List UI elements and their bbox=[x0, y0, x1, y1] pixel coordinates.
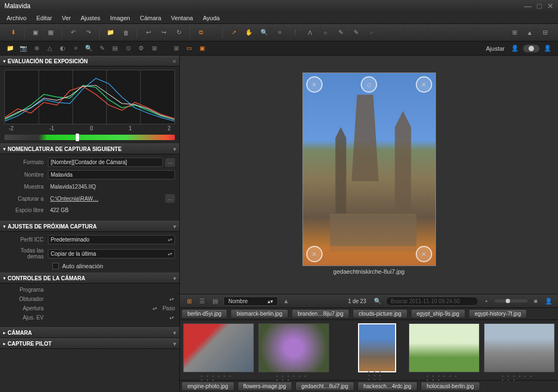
cursor-icon[interactable]: ➚ bbox=[227, 26, 240, 39]
undo-icon[interactable]: ↩ bbox=[142, 26, 155, 39]
ajusev-slider[interactable] bbox=[48, 315, 168, 321]
rotate-left-icon[interactable]: ↶ bbox=[66, 26, 80, 39]
output-icon[interactable]: ⊙ bbox=[123, 44, 133, 53]
view-single-icon[interactable]: ▭ bbox=[184, 44, 194, 53]
formato-button[interactable]: … bbox=[165, 158, 175, 167]
copies-icon[interactable]: ⧉ bbox=[195, 26, 208, 39]
nombre-input[interactable]: Malavida bbox=[48, 170, 175, 179]
gear-icon[interactable]: ⚙ bbox=[136, 44, 146, 53]
panel-exposure-header[interactable]: EVALUACIÓN DE EXPOSICIÓN ≡ bbox=[0, 56, 179, 67]
strip-item[interactable]: egypt-history-7f.jpg bbox=[469, 309, 527, 318]
thumbnail[interactable]: • • • • • • • • • bbox=[409, 323, 480, 372]
detail-icon[interactable]: 🔍 bbox=[84, 44, 94, 53]
sort-dir-icon[interactable]: ▲ bbox=[281, 296, 291, 306]
panel-menu-icon[interactable]: ▾ bbox=[173, 341, 176, 347]
ajustar-toggle[interactable] bbox=[523, 45, 539, 52]
badge-tl-icon[interactable]: ✕ bbox=[306, 76, 323, 93]
straighten-icon[interactable]: ⋮ bbox=[288, 26, 301, 39]
icc-select[interactable]: Predeterminado▴▾ bbox=[48, 235, 175, 244]
thumbnail[interactable]: • • • • • • • • • bbox=[258, 323, 329, 372]
obturador-slider[interactable] bbox=[48, 297, 168, 302]
menu-editar[interactable]: Editar bbox=[37, 15, 52, 21]
view-multi-icon[interactable]: ▣ bbox=[197, 44, 207, 53]
reset-icon[interactable]: ↻ bbox=[172, 26, 185, 39]
thumb-size-slider[interactable] bbox=[495, 299, 527, 303]
strip-item[interactable]: holocaust-berlin.jpg bbox=[421, 382, 480, 391]
user3-icon[interactable]: 👤 bbox=[544, 296, 554, 306]
badge-tc-icon[interactable]: ◇ bbox=[361, 76, 377, 93]
close-icon[interactable]: ✕ bbox=[547, 2, 554, 10]
auto-checkbox[interactable] bbox=[52, 263, 59, 269]
panel-menu-icon[interactable]: ▾ bbox=[173, 275, 176, 281]
picker-icon[interactable]: ⟋ bbox=[365, 26, 378, 39]
strip-item[interactable]: egypt_ship-9s.jpg bbox=[411, 309, 465, 318]
menu-ayuda[interactable]: Ayuda bbox=[203, 15, 220, 21]
grid-icon[interactable]: ⊞ bbox=[508, 26, 521, 39]
crop-icon[interactable]: ⌗ bbox=[273, 26, 286, 39]
demas-select[interactable]: Copiar de la última▴▾ bbox=[48, 249, 175, 258]
zoom-icon[interactable]: 🔍 bbox=[258, 26, 271, 39]
apertura-stepper[interactable]: ▴▾ bbox=[151, 307, 158, 310]
strip-item[interactable]: hackesch…4rdc.jpg bbox=[357, 382, 417, 391]
grid2-icon[interactable]: ⊟ bbox=[538, 26, 551, 39]
capturar-button[interactable]: … bbox=[165, 194, 175, 203]
panel-camera-header[interactable]: CÁMARA ▾ bbox=[0, 327, 179, 338]
warning-icon[interactable]: ▲ bbox=[523, 26, 536, 39]
brush-icon[interactable]: ✎ bbox=[334, 26, 347, 39]
panel-nextcapture-header[interactable]: AJUSTES DE PRÓXIMA CAPTURA ▾ bbox=[0, 221, 179, 232]
sort-dropdown[interactable]: Nombre▴▾ bbox=[223, 297, 278, 306]
keystone-icon[interactable]: Λ bbox=[304, 26, 317, 39]
strip-item[interactable]: clouds-picture.jpg bbox=[353, 309, 407, 318]
menu-ventana[interactable]: Ventana bbox=[171, 15, 193, 21]
badge-br-icon[interactable]: ✕ bbox=[416, 246, 432, 262]
user2-icon[interactable]: 👤 bbox=[543, 44, 553, 53]
layout1-icon[interactable]: ▣ bbox=[29, 26, 42, 39]
apertura-slider[interactable] bbox=[48, 306, 151, 311]
exposure-slider[interactable] bbox=[4, 135, 175, 140]
menu-imagen[interactable]: Imagen bbox=[110, 15, 130, 21]
strip-item[interactable]: gedaecht…8ui7.jpg bbox=[295, 382, 354, 391]
thumbnail[interactable]: • • • • • • • • • bbox=[183, 323, 254, 372]
batch-icon[interactable]: ⊞ bbox=[149, 44, 159, 53]
panel-nomenclature-header[interactable]: NOMENCLATURA DE CAPTURA SIGUIENTE ▾ bbox=[0, 143, 179, 154]
search-icon[interactable]: 🔍 bbox=[373, 296, 383, 306]
thumbnail-selected[interactable]: • • • • • • • • • bbox=[358, 323, 396, 372]
panel-menu-icon[interactable]: ▾ bbox=[173, 146, 176, 152]
thumb-small-icon[interactable]: ▪ bbox=[482, 296, 492, 306]
rotate-right-icon[interactable]: ↷ bbox=[82, 26, 95, 39]
panel-cameracontrols-header[interactable]: CONTROLES DE LA CÁMARA ▾ bbox=[0, 273, 179, 284]
capturar-value[interactable]: C:\Ontecnia\RAW… bbox=[48, 195, 163, 203]
programa-slider[interactable] bbox=[48, 287, 175, 293]
badge-bl-icon[interactable]: ✕ bbox=[306, 246, 323, 262]
crop-tab-icon[interactable]: ⌗ bbox=[71, 44, 81, 53]
panel-capturepilot-header[interactable]: CAPTURE PILOT ▾ bbox=[0, 338, 179, 349]
trash-icon[interactable]: 🗑 bbox=[119, 26, 132, 39]
layout2-icon[interactable]: ▦ bbox=[44, 26, 57, 39]
import-icon[interactable]: ⬇ bbox=[7, 26, 20, 39]
search-input[interactable]: Buscar 2011-11-10 09.24.50 bbox=[386, 297, 478, 306]
strip-item[interactable]: bismarck-berlin.jpg bbox=[231, 309, 288, 318]
menu-archivo[interactable]: Archivo bbox=[7, 15, 27, 21]
color-icon[interactable]: ⊗ bbox=[32, 44, 41, 53]
strip-item[interactable]: flowers-image.jpg bbox=[238, 382, 292, 391]
user-icon[interactable]: 👤 bbox=[510, 44, 520, 53]
thumb-large-icon[interactable]: ■ bbox=[531, 296, 541, 306]
thumbnail[interactable]: • • • • • • • • • bbox=[484, 323, 555, 372]
list-view-icon[interactable]: ☰ bbox=[197, 296, 207, 306]
panel-menu-icon[interactable]: ≡ bbox=[173, 58, 176, 64]
ajusev-stepper[interactable]: ▴▾ bbox=[168, 316, 175, 319]
panel-menu-icon[interactable]: ▾ bbox=[173, 224, 176, 230]
preview-image[interactable]: ✕ ◇ ✕ ✕ ✕ bbox=[302, 73, 436, 266]
metadata-icon[interactable]: ▤ bbox=[110, 44, 120, 53]
viewer-main[interactable]: ✕ ◇ ✕ ✕ ✕ gedaechtniskirche-8ui7.jpg bbox=[180, 56, 558, 294]
menu-ajustes[interactable]: Ajustes bbox=[81, 15, 100, 21]
filmstrip-icon[interactable]: ▤ bbox=[210, 296, 220, 306]
maximize-icon[interactable]: □ bbox=[537, 2, 542, 10]
redo-icon[interactable]: ↪ bbox=[157, 26, 170, 39]
camera-tab-icon[interactable]: 📷 bbox=[19, 44, 28, 53]
strip-item[interactable]: berlin-d5yi.jpg bbox=[181, 309, 227, 318]
menu-camara[interactable]: Cámara bbox=[140, 15, 161, 21]
minimize-icon[interactable]: — bbox=[524, 2, 532, 10]
view-grid-icon[interactable]: ⊞ bbox=[171, 44, 181, 53]
eyedropper-icon[interactable]: ✎ bbox=[349, 26, 362, 39]
